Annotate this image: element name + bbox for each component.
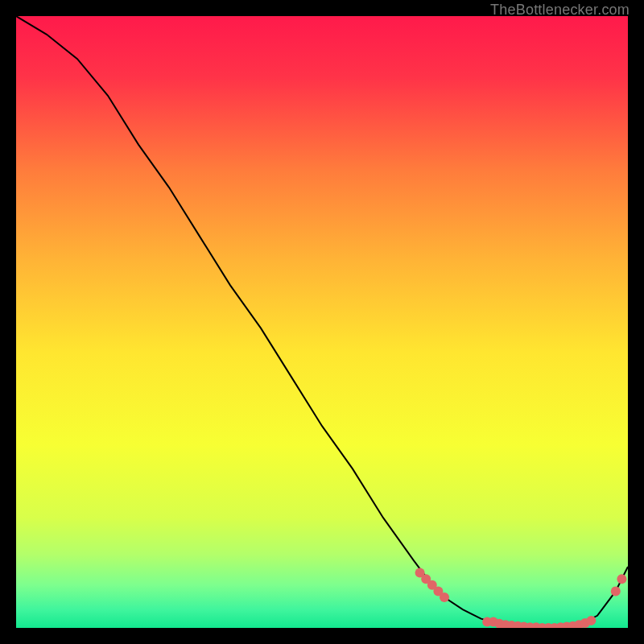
data-marker (611, 586, 621, 596)
data-marker (617, 574, 626, 584)
chart-svg (16, 16, 628, 628)
plot-area (16, 16, 628, 628)
chart-container: TheBottlenecker.com (0, 0, 644, 644)
data-marker (440, 592, 449, 602)
data-marker (586, 616, 596, 625)
gradient-rect (16, 16, 628, 628)
